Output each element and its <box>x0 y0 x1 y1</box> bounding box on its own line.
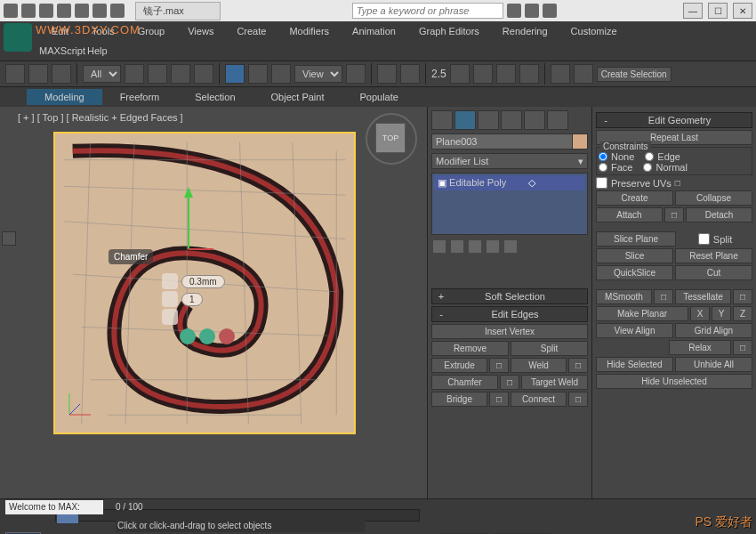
tab-modeling[interactable]: Modeling <box>27 89 102 105</box>
split-checkbox[interactable]: Split <box>678 233 752 245</box>
caddy-ok-icon[interactable] <box>180 328 196 344</box>
search-input[interactable] <box>352 3 503 19</box>
planar-x-button[interactable]: X <box>690 306 710 321</box>
menu-graph-editors[interactable]: Graph Editors <box>408 23 490 39</box>
msmooth-button[interactable]: MSmooth <box>596 289 652 304</box>
snap-toggle-icon[interactable] <box>450 64 470 84</box>
chamfer-settings-icon[interactable]: □ <box>500 375 519 390</box>
tab-populate[interactable]: Populate <box>342 89 415 105</box>
caddy-option-icon[interactable] <box>162 309 178 325</box>
constraint-normal[interactable]: Normal <box>643 162 687 173</box>
remove-button[interactable]: Remove <box>431 341 509 356</box>
menu-help[interactable]: Help <box>87 45 108 56</box>
create-button[interactable]: Create <box>596 190 673 206</box>
slice-button[interactable]: Slice <box>596 248 673 263</box>
manipulate-icon[interactable] <box>377 64 397 84</box>
side-tool-icon[interactable] <box>2 231 16 246</box>
tessellate-button[interactable]: Tessellate <box>675 289 731 304</box>
connect-settings-icon[interactable]: □ <box>568 392 588 407</box>
tab-object-paint[interactable]: Object Paint <box>253 89 342 105</box>
named-selection-icon[interactable] <box>551 64 570 84</box>
bridge-settings-icon[interactable]: □ <box>489 392 509 407</box>
new-icon[interactable] <box>21 4 36 18</box>
create-selection-set[interactable]: Create Selection <box>597 67 672 82</box>
display-tab-icon[interactable] <box>524 110 545 130</box>
target-weld-button[interactable]: Target Weld <box>521 375 588 390</box>
relax-button[interactable]: Relax <box>669 340 731 355</box>
grid-align-button[interactable]: Grid Align <box>675 323 752 338</box>
configure-sets-icon[interactable] <box>504 240 517 253</box>
make-unique-icon[interactable] <box>469 240 481 253</box>
community-icon[interactable] <box>543 4 557 18</box>
menu-modifiers[interactable]: Modifiers <box>278 23 340 39</box>
chamfer-segments[interactable]: 1 <box>181 293 203 306</box>
attach-list-icon[interactable]: □ <box>664 207 684 222</box>
extrude-button[interactable]: Extrude <box>431 358 487 373</box>
chamfer-button[interactable]: Chamfer <box>431 375 498 390</box>
transform-gizmo[interactable] <box>162 187 215 260</box>
pin-stack-icon[interactable] <box>433 240 446 253</box>
unhide-all-button[interactable]: Unhide All <box>675 357 752 372</box>
keyboard-shortcut-icon[interactable] <box>400 64 420 84</box>
select-region-icon[interactable] <box>171 64 190 84</box>
undo-icon[interactable] <box>75 4 89 18</box>
menu-create[interactable]: Create <box>226 23 277 39</box>
window-crossing-icon[interactable] <box>194 64 213 84</box>
menu-animation[interactable]: Animation <box>342 23 406 39</box>
help-icon[interactable] <box>525 4 539 18</box>
menu-views[interactable]: Views <box>177 23 224 39</box>
rollout-soft-selection[interactable]: +Soft Selection <box>431 288 588 304</box>
tab-freeform[interactable]: Freeform <box>102 89 178 105</box>
hide-unselected-button[interactable]: Hide Unselected <box>596 374 752 389</box>
menu-rendering[interactable]: Rendering <box>492 23 559 39</box>
planar-z-button[interactable]: Z <box>733 306 752 321</box>
object-color-swatch[interactable] <box>572 134 588 150</box>
remove-modifier-icon[interactable] <box>487 240 499 253</box>
caddy-apply-icon[interactable] <box>199 328 215 344</box>
modify-tab-icon[interactable] <box>454 110 476 130</box>
pivot-icon[interactable] <box>346 64 366 84</box>
weld-settings-icon[interactable]: □ <box>568 358 588 373</box>
insert-vertex-button[interactable]: Insert Vertex <box>431 324 588 339</box>
link-icon[interactable] <box>110 4 125 18</box>
constraint-face[interactable]: Face <box>599 162 632 173</box>
selection-filter[interactable]: All <box>83 65 121 83</box>
open-icon[interactable] <box>39 4 53 18</box>
viewport-label[interactable]: [ + ] [ Top ] [ Realistic + Edged Faces … <box>18 112 183 123</box>
cut-button[interactable]: Cut <box>675 265 752 280</box>
minimize-button[interactable]: — <box>683 3 703 19</box>
constraint-edge[interactable]: Edge <box>645 151 680 162</box>
view-align-button[interactable]: View Align <box>596 323 673 338</box>
tab-selection[interactable]: Selection <box>177 89 253 105</box>
reset-plane-button[interactable]: Reset Plane <box>675 248 752 263</box>
chamfer-amount[interactable]: 0.3mm <box>181 275 225 288</box>
split-button[interactable]: Split <box>511 341 588 356</box>
scale-tool-icon[interactable] <box>271 64 291 84</box>
weld-button[interactable]: Weld <box>511 358 567 373</box>
bind-tool-icon[interactable] <box>52 64 71 84</box>
make-planar-button[interactable]: Make Planar <box>596 306 688 321</box>
connect-button[interactable]: Connect <box>511 392 567 407</box>
percent-snap-icon[interactable] <box>496 64 516 84</box>
stack-editable-poly[interactable]: ▣ Editable Poly ◇ <box>434 175 585 190</box>
move-tool-icon[interactable] <box>225 64 245 84</box>
mirror-icon[interactable] <box>574 64 593 84</box>
show-end-result-icon[interactable] <box>451 240 463 253</box>
spinner-snap-icon[interactable] <box>519 64 539 84</box>
menu-customize[interactable]: Customize <box>560 23 628 39</box>
caddy-cancel-icon[interactable] <box>219 328 235 344</box>
search-icon[interactable] <box>507 4 521 18</box>
modifier-stack[interactable]: ▣ Editable Poly ◇ <box>431 173 588 235</box>
planar-y-button[interactable]: Y <box>712 306 731 321</box>
maximize-button[interactable]: ☐ <box>708 3 728 19</box>
ref-coord-system[interactable]: View <box>294 65 342 83</box>
rotate-tool-icon[interactable] <box>248 64 268 84</box>
utilities-tab-icon[interactable] <box>547 110 568 130</box>
rollout-edit-edges[interactable]: -Edit Edges <box>431 306 588 322</box>
hierarchy-tab-icon[interactable] <box>478 110 499 130</box>
slice-plane-button[interactable]: Slice Plane <box>596 231 676 247</box>
attach-button[interactable]: Attach <box>596 207 663 222</box>
collapse-button[interactable]: Collapse <box>675 190 752 206</box>
caddy-segments-icon[interactable] <box>162 291 178 307</box>
rollout-edit-geometry[interactable]: -Edit Geometry <box>596 112 752 128</box>
